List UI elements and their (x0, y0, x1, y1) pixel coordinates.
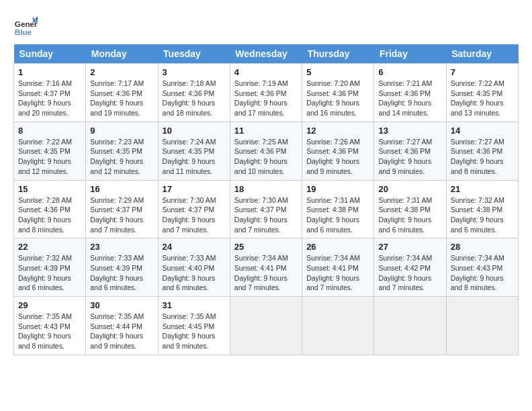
calendar-week-2: 8 Sunrise: 7:22 AM Sunset: 4:35 PM Dayli… (14, 122, 519, 180)
day-info: Sunrise: 7:33 AM Sunset: 4:40 PM Dayligh… (163, 253, 226, 293)
calendar-week-4: 22 Sunrise: 7:32 AM Sunset: 4:39 PM Dayl… (14, 238, 519, 297)
calendar-cell: 9 Sunrise: 7:23 AM Sunset: 4:35 PM Dayli… (86, 122, 158, 180)
day-info: Sunrise: 7:31 AM Sunset: 4:38 PM Dayligh… (378, 195, 441, 235)
day-number: 19 (306, 184, 369, 194)
calendar-cell: 11 Sunrise: 7:25 AM Sunset: 4:36 PM Dayl… (230, 122, 302, 180)
day-number: 12 (306, 126, 369, 136)
day-number: 3 (163, 67, 226, 77)
day-info: Sunrise: 7:24 AM Sunset: 4:35 PM Dayligh… (163, 137, 226, 177)
day-info: Sunrise: 7:34 AM Sunset: 4:41 PM Dayligh… (234, 253, 298, 293)
calendar-cell: 15 Sunrise: 7:28 AM Sunset: 4:36 PM Dayl… (14, 180, 86, 238)
calendar-cell: 7 Sunrise: 7:22 AM Sunset: 4:35 PM Dayli… (446, 64, 518, 122)
day-number: 31 (163, 300, 226, 310)
day-number: 22 (18, 242, 81, 252)
day-info: Sunrise: 7:32 AM Sunset: 4:39 PM Dayligh… (18, 253, 81, 293)
calendar-cell: 19 Sunrise: 7:31 AM Sunset: 4:38 PM Dayl… (302, 180, 374, 238)
calendar-cell: 31 Sunrise: 7:35 AM Sunset: 4:45 PM Dayl… (158, 297, 230, 355)
day-info: Sunrise: 7:35 AM Sunset: 4:44 PM Dayligh… (90, 312, 153, 351)
day-number: 14 (451, 126, 514, 136)
day-info: Sunrise: 7:22 AM Sunset: 4:35 PM Dayligh… (451, 79, 514, 118)
calendar-table: SundayMondayTuesdayWednesdayThursdayFrid… (13, 44, 519, 355)
day-info: Sunrise: 7:17 AM Sunset: 4:36 PM Dayligh… (90, 79, 153, 118)
day-info: Sunrise: 7:30 AM Sunset: 4:37 PM Dayligh… (163, 195, 226, 235)
calendar-cell: 5 Sunrise: 7:20 AM Sunset: 4:36 PM Dayli… (302, 64, 374, 122)
day-info: Sunrise: 7:23 AM Sunset: 4:35 PM Dayligh… (90, 137, 153, 177)
weekday-header-row: SundayMondayTuesdayWednesdayThursdayFrid… (14, 44, 519, 64)
calendar-cell: 16 Sunrise: 7:29 AM Sunset: 4:37 PM Dayl… (86, 180, 158, 238)
day-number: 6 (378, 67, 441, 77)
calendar-week-3: 15 Sunrise: 7:28 AM Sunset: 4:36 PM Dayl… (14, 180, 519, 238)
calendar-cell: 22 Sunrise: 7:32 AM Sunset: 4:39 PM Dayl… (14, 238, 86, 297)
day-number: 15 (18, 184, 81, 194)
day-info: Sunrise: 7:29 AM Sunset: 4:37 PM Dayligh… (90, 195, 153, 235)
weekday-header-saturday: Saturday (446, 44, 518, 64)
day-number: 26 (306, 242, 369, 252)
day-info: Sunrise: 7:21 AM Sunset: 4:36 PM Dayligh… (378, 79, 441, 118)
day-number: 4 (234, 67, 298, 77)
day-info: Sunrise: 7:34 AM Sunset: 4:42 PM Dayligh… (378, 253, 441, 293)
calendar-cell: 27 Sunrise: 7:34 AM Sunset: 4:42 PM Dayl… (374, 238, 446, 297)
day-number: 29 (18, 300, 81, 310)
day-number: 11 (234, 126, 298, 136)
day-number: 1 (18, 67, 81, 77)
day-number: 21 (451, 184, 514, 194)
day-info: Sunrise: 7:34 AM Sunset: 4:41 PM Dayligh… (306, 253, 369, 293)
day-number: 9 (90, 126, 153, 136)
logo-icon: General Blue (13, 13, 38, 38)
calendar-cell: 14 Sunrise: 7:27 AM Sunset: 4:36 PM Dayl… (446, 122, 518, 180)
calendar-cell (302, 297, 374, 355)
calendar-cell: 10 Sunrise: 7:24 AM Sunset: 4:35 PM Dayl… (158, 122, 230, 180)
calendar-cell (446, 297, 518, 355)
calendar-cell: 20 Sunrise: 7:31 AM Sunset: 4:38 PM Dayl… (374, 180, 446, 238)
day-number: 8 (18, 126, 81, 136)
weekday-header-thursday: Thursday (302, 44, 374, 64)
day-info: Sunrise: 7:35 AM Sunset: 4:43 PM Dayligh… (18, 312, 81, 351)
day-info: Sunrise: 7:31 AM Sunset: 4:38 PM Dayligh… (306, 195, 369, 235)
logo: General Blue (13, 13, 38, 38)
calendar-cell: 26 Sunrise: 7:34 AM Sunset: 4:41 PM Dayl… (302, 238, 374, 297)
day-number: 18 (234, 184, 298, 194)
weekday-header-sunday: Sunday (14, 44, 86, 64)
day-info: Sunrise: 7:35 AM Sunset: 4:45 PM Dayligh… (163, 312, 226, 351)
day-number: 17 (163, 184, 226, 194)
calendar-cell: 6 Sunrise: 7:21 AM Sunset: 4:36 PM Dayli… (374, 64, 446, 122)
day-info: Sunrise: 7:18 AM Sunset: 4:36 PM Dayligh… (163, 79, 226, 118)
weekday-header-wednesday: Wednesday (230, 44, 302, 64)
day-info: Sunrise: 7:22 AM Sunset: 4:35 PM Dayligh… (18, 137, 81, 177)
day-number: 16 (90, 184, 153, 194)
day-number: 25 (234, 242, 298, 252)
day-info: Sunrise: 7:25 AM Sunset: 4:36 PM Dayligh… (234, 137, 298, 177)
calendar-cell: 17 Sunrise: 7:30 AM Sunset: 4:37 PM Dayl… (158, 180, 230, 238)
day-number: 2 (90, 67, 153, 77)
day-number: 10 (163, 126, 226, 136)
calendar-cell: 30 Sunrise: 7:35 AM Sunset: 4:44 PM Dayl… (86, 297, 158, 355)
day-info: Sunrise: 7:32 AM Sunset: 4:38 PM Dayligh… (451, 195, 514, 235)
calendar-cell: 24 Sunrise: 7:33 AM Sunset: 4:40 PM Dayl… (158, 238, 230, 297)
day-info: Sunrise: 7:19 AM Sunset: 4:36 PM Dayligh… (234, 79, 298, 118)
calendar-cell: 28 Sunrise: 7:34 AM Sunset: 4:43 PM Dayl… (446, 238, 518, 297)
day-info: Sunrise: 7:28 AM Sunset: 4:36 PM Dayligh… (18, 195, 81, 235)
weekday-header-tuesday: Tuesday (158, 44, 230, 64)
day-info: Sunrise: 7:33 AM Sunset: 4:39 PM Dayligh… (90, 253, 153, 293)
weekday-header-monday: Monday (86, 44, 158, 64)
calendar-cell: 4 Sunrise: 7:19 AM Sunset: 4:36 PM Dayli… (230, 64, 302, 122)
weekday-header-friday: Friday (374, 44, 446, 64)
day-number: 13 (378, 126, 441, 136)
day-info: Sunrise: 7:27 AM Sunset: 4:36 PM Dayligh… (451, 137, 514, 177)
calendar-cell: 23 Sunrise: 7:33 AM Sunset: 4:39 PM Dayl… (86, 238, 158, 297)
day-info: Sunrise: 7:34 AM Sunset: 4:43 PM Dayligh… (451, 253, 514, 293)
calendar-cell: 25 Sunrise: 7:34 AM Sunset: 4:41 PM Dayl… (230, 238, 302, 297)
calendar-cell: 29 Sunrise: 7:35 AM Sunset: 4:43 PM Dayl… (14, 297, 86, 355)
day-info: Sunrise: 7:30 AM Sunset: 4:37 PM Dayligh… (234, 195, 298, 235)
calendar-cell: 3 Sunrise: 7:18 AM Sunset: 4:36 PM Dayli… (158, 64, 230, 122)
day-info: Sunrise: 7:26 AM Sunset: 4:36 PM Dayligh… (306, 137, 369, 177)
calendar-cell: 1 Sunrise: 7:16 AM Sunset: 4:37 PM Dayli… (14, 64, 86, 122)
day-number: 27 (378, 242, 441, 252)
day-number: 28 (451, 242, 514, 252)
day-info: Sunrise: 7:20 AM Sunset: 4:36 PM Dayligh… (306, 79, 369, 118)
page-header: General Blue (13, 13, 519, 38)
day-number: 23 (90, 242, 153, 252)
calendar-cell: 13 Sunrise: 7:27 AM Sunset: 4:36 PM Dayl… (374, 122, 446, 180)
calendar-cell: 12 Sunrise: 7:26 AM Sunset: 4:36 PM Dayl… (302, 122, 374, 180)
calendar-cell (374, 297, 446, 355)
